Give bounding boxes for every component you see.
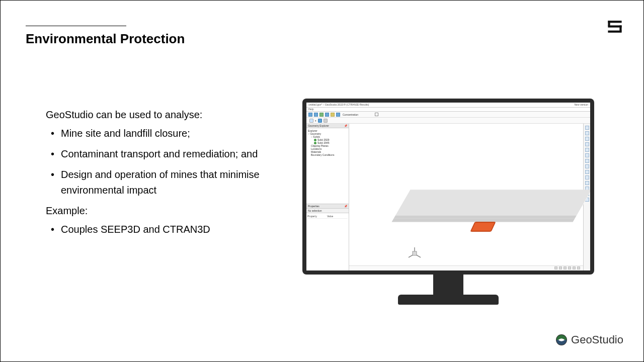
tree-item-boundary[interactable]: Boundary Conditions	[308, 153, 347, 156]
statusbar-icon[interactable]	[554, 266, 557, 269]
axes-gizmo-icon[interactable]	[407, 246, 422, 261]
bullet-item: Mine site and landfill closure;	[46, 126, 287, 141]
view-tool-icon[interactable]	[585, 142, 589, 146]
app-toolbar-secondary: ▾	[306, 118, 590, 124]
view-tool-icon[interactable]	[585, 148, 589, 152]
view-tool-icon[interactable]	[585, 175, 589, 179]
app-window: untitled.gsz* – GeoStudio 2023 R (CTRAN3…	[306, 103, 590, 270]
toolbar-icon[interactable]	[324, 119, 328, 123]
explorer-header-label: Geometry Explorer	[308, 124, 329, 127]
monitor-stand-base	[398, 295, 499, 305]
s-mark-icon	[606, 20, 623, 34]
view-tool-icon[interactable]	[585, 126, 589, 130]
explorer-header: Geometry Explorer 📌	[306, 124, 349, 128]
view-tool-icon[interactable]	[585, 181, 589, 185]
example-bullet-list: Couples SEEP3D and CTRAN3D	[46, 222, 287, 237]
properties-header: Properties 📌	[306, 204, 349, 209]
toolbar-icon[interactable]	[318, 119, 322, 123]
svg-rect-4	[608, 31, 621, 33]
seequent-logo-mark	[606, 20, 623, 36]
properties-subheader: No selection	[306, 209, 349, 213]
properties-header-label: Properties	[308, 205, 319, 208]
bullet-list: Mine site and landfill closure; Contamin…	[46, 126, 287, 198]
statusbar-icon[interactable]	[568, 266, 571, 269]
bullet-item: Contaminant transport and remediation; a…	[46, 146, 287, 162]
model-contaminant-plume	[470, 222, 496, 232]
properties-subheader-label: No selection	[308, 209, 322, 212]
properties-col-value: Value	[327, 215, 333, 218]
viewport-3d[interactable]	[349, 124, 583, 270]
toolbar-dropdown-icon[interactable]: ▾	[315, 119, 316, 122]
properties-panel: Properties 📌 No selection Property Value	[306, 204, 349, 253]
svg-rect-3	[619, 25, 621, 31]
properties-columns: Property Value	[307, 214, 348, 219]
view-tool-icon[interactable]	[585, 159, 589, 163]
properties-col-property: Property	[307, 215, 317, 218]
toolbar-field-label: Concentration	[343, 113, 358, 116]
tree-item-label: Solid 2929	[317, 138, 330, 141]
toolbar-icon[interactable]	[325, 113, 329, 117]
geostudio-logo-icon	[556, 334, 567, 345]
view-tool-icon[interactable]	[585, 153, 589, 157]
status-bar	[349, 265, 583, 270]
toolbar-icon[interactable]	[331, 113, 335, 117]
view-tool-icon[interactable]	[585, 170, 589, 174]
statusbar-icon[interactable]	[573, 266, 576, 269]
product-logo: GeoStudio	[556, 333, 623, 346]
toolbar-checkbox[interactable]	[375, 113, 378, 116]
toolbar-icon[interactable]	[308, 113, 312, 117]
monitor-screen: untitled.gsz* – GeoStudio 2023 R (CTRAN3…	[302, 99, 594, 275]
pin-icon[interactable]: 📌	[344, 124, 347, 127]
pin-icon[interactable]: 📌	[344, 205, 347, 208]
properties-body: Property Value	[306, 213, 349, 253]
svg-rect-8	[413, 251, 417, 255]
view-tool-icon[interactable]	[585, 164, 589, 168]
statusbar-icon[interactable]	[577, 266, 580, 269]
view-tool-icon[interactable]	[585, 131, 589, 135]
monitor-mockup: untitled.gsz* – GeoStudio 2023 R (CTRAN3…	[302, 99, 594, 305]
product-name: GeoStudio	[571, 333, 623, 346]
toolbar-cursor-icon[interactable]	[309, 119, 313, 123]
statusbar-icon[interactable]	[564, 266, 567, 269]
model-slab	[393, 190, 590, 218]
menu-help[interactable]: Help	[308, 108, 313, 111]
left-panel: Geometry Explorer 📌 Explorer − Geometry …	[306, 124, 349, 270]
app-title-right: New version	[574, 103, 588, 107]
app-menubar: Help	[306, 108, 590, 112]
intro-text: GeoStudio can be used to analyse:	[46, 107, 287, 123]
monitor-stand-neck	[433, 275, 463, 295]
bullet-item: Couples SEEP3D and CTRAN3D	[46, 222, 287, 237]
app-title-text: untitled.gsz* – GeoStudio 2023 R (CTRAN3…	[308, 103, 369, 107]
text-column: GeoStudio can be used to analyse: Mine s…	[46, 107, 287, 242]
bullet-item: Design and operation of mines that minim…	[46, 167, 287, 198]
title-rule	[26, 26, 126, 26]
app-toolbar-primary: Concentration	[306, 112, 590, 118]
toolbar-icon[interactable]	[319, 113, 324, 117]
toolbar-icon[interactable]	[314, 113, 318, 117]
geometry-tree[interactable]: Explorer − Geometry − Solids Solid 2929 …	[306, 128, 349, 204]
tree-item-label: Solid 2945	[317, 141, 330, 144]
app-titlebar: untitled.gsz* – GeoStudio 2023 R (CTRAN3…	[306, 103, 590, 108]
example-label: Example:	[46, 203, 287, 219]
toolbar-icon[interactable]	[336, 113, 340, 117]
slide-title: Environmental Protection	[26, 31, 618, 47]
statusbar-icon[interactable]	[559, 266, 562, 269]
view-tool-icon[interactable]	[585, 137, 589, 141]
